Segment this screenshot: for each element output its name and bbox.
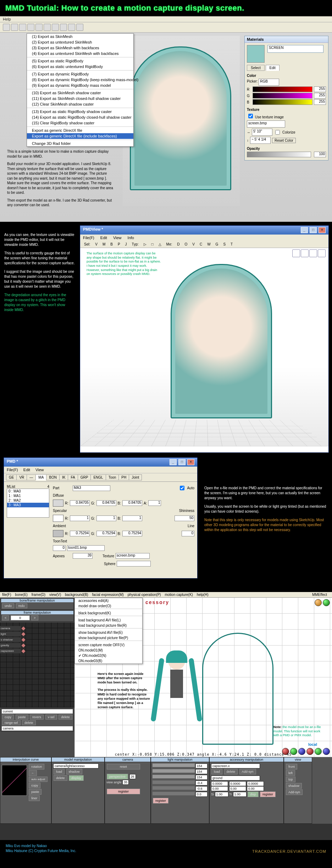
disp-button[interactable]: disp bbox=[248, 791, 259, 797]
bg-menu-item[interactable]: accessories edit(A) bbox=[75, 598, 142, 603]
light-y-slider[interactable] bbox=[153, 786, 195, 790]
g-slider[interactable] bbox=[253, 93, 312, 98]
toolbar-item[interactable]: S bbox=[221, 242, 227, 247]
addsyn-button[interactable]: Add-syn bbox=[286, 789, 303, 795]
timeline-row-label[interactable]: gravity bbox=[0, 643, 21, 648]
menu-view[interactable]: view(V) bbox=[49, 593, 61, 597]
acc-rx[interactable]: 0.00 bbox=[211, 786, 228, 791]
colorize-checkbox[interactable] bbox=[275, 130, 280, 135]
menu-edit[interactable]: Edit bbox=[100, 236, 107, 240]
paste-button[interactable]: paste bbox=[29, 789, 42, 795]
load-button[interactable]: load bbox=[54, 769, 65, 774]
reset-color-button[interactable]: Reset Color bbox=[272, 138, 296, 143]
register-button[interactable]: register bbox=[153, 798, 168, 804]
revers-button[interactable]: revers bbox=[30, 715, 44, 720]
light-y[interactable]: -0.6 bbox=[195, 786, 208, 791]
nav-rotate-icon[interactable] bbox=[301, 249, 309, 257]
menu-edit[interactable]: Edit bbox=[23, 468, 30, 472]
toolbar-item[interactable]: V bbox=[93, 242, 99, 247]
timeline-row-label[interactable]: light bbox=[0, 632, 21, 636]
shadow-button[interactable]: shadow bbox=[286, 783, 302, 789]
light-r-slider[interactable] bbox=[153, 763, 195, 767]
toolbar-item[interactable]: □ bbox=[150, 242, 155, 247]
mmeffect[interactable]: MMEffect bbox=[312, 593, 327, 597]
export-menu-item[interactable]: (13) Export as static RigidBody shadow c… bbox=[27, 109, 133, 114]
menu-view[interactable]: View bbox=[35, 468, 44, 472]
perspective-button[interactable]: perspective bbox=[107, 774, 128, 779]
toon-file[interactable]: toon01.bmp bbox=[67, 545, 105, 551]
toolbar-icon[interactable] bbox=[76, 24, 83, 31]
window-titlebar[interactable]: PMD * _ □ × bbox=[4, 458, 197, 467]
eye-icon[interactable] bbox=[315, 599, 322, 606]
register-button[interactable]: register bbox=[107, 789, 140, 794]
tab-edit[interactable]: Edit bbox=[266, 65, 280, 71]
bg-menu-item[interactable]: show background AVI file(E) bbox=[75, 630, 142, 635]
toolbar-item[interactable]: G bbox=[214, 242, 220, 247]
amb-g[interactable]: 0.75294 bbox=[96, 531, 116, 536]
menu-help[interactable]: help(H) bbox=[197, 593, 209, 597]
maximize-icon[interactable]: □ bbox=[310, 227, 317, 233]
tab-ph[interactable]: PH bbox=[118, 474, 129, 480]
tab-ik[interactable]: IK bbox=[59, 474, 68, 480]
b-value[interactable]: 255 bbox=[314, 99, 326, 105]
tab-grp[interactable]: GRP bbox=[78, 474, 91, 480]
toolbar-item[interactable]: △ bbox=[157, 242, 163, 247]
export-menu-item[interactable]: (11) Export as SkinMesh closed-hull shad… bbox=[27, 96, 133, 101]
toolbar-item[interactable]: T bbox=[229, 242, 234, 247]
left-button[interactable]: left bbox=[286, 770, 295, 776]
line-val[interactable]: 0 bbox=[182, 531, 194, 536]
acc-tr[interactable]: 1.00 bbox=[233, 792, 247, 797]
undo-button[interactable]: undo bbox=[2, 603, 14, 608]
toolbar-item[interactable]: B bbox=[109, 242, 115, 247]
mlist-item[interactable]: 3 : MA3 bbox=[7, 503, 49, 507]
reset-button[interactable]: reset bbox=[107, 764, 140, 770]
cam-angle[interactable]: 26 bbox=[129, 774, 136, 779]
bg-menu-item[interactable]: ON.mode02(N) bbox=[75, 653, 142, 658]
opacity-value[interactable]: 100 bbox=[314, 152, 326, 157]
acc-rz[interactable]: 0.00 bbox=[247, 786, 264, 791]
menu-info[interactable]: Info bbox=[128, 236, 134, 240]
timeline-keyframe[interactable] bbox=[21, 626, 25, 630]
menubar[interactable]: Help bbox=[0, 16, 332, 22]
bg-menu-item[interactable]: black background(K) bbox=[75, 610, 142, 616]
delete-button[interactable]: delete bbox=[54, 775, 67, 781]
ambient-swatch[interactable] bbox=[53, 530, 63, 537]
toolbar-item[interactable]: O bbox=[183, 242, 189, 247]
amb-b[interactable]: 0.75294 bbox=[122, 531, 142, 536]
close-icon[interactable]: × bbox=[319, 227, 326, 233]
menu-bone[interactable]: bone(E) bbox=[15, 593, 28, 597]
acc-z[interactable]: 0.0000 bbox=[247, 781, 264, 786]
toolbar-item[interactable]: Me: bbox=[165, 242, 174, 247]
delete-button[interactable]: delete bbox=[59, 715, 72, 720]
toolbar-item[interactable]: J bbox=[123, 242, 129, 247]
delete-button[interactable]: delete bbox=[224, 769, 238, 774]
nav-move-icon[interactable] bbox=[292, 249, 300, 257]
picker-select[interactable]: RGB bbox=[259, 79, 279, 86]
diffuse-swatch[interactable] bbox=[53, 500, 63, 507]
toolbar-item[interactable]: V bbox=[190, 242, 197, 247]
export-menu-item[interactable]: (8) Export as dynamic RigidBody (keep ex… bbox=[27, 77, 133, 83]
toolbar-icon[interactable] bbox=[19, 24, 26, 31]
timeline-keyframe[interactable] bbox=[21, 632, 25, 636]
top-button[interactable]: top bbox=[286, 777, 295, 782]
export-menu-item[interactable]: (9) Export as dynamic RigidBody mass mod… bbox=[27, 83, 133, 88]
timeline-row-label[interactable]: s shadow bbox=[0, 637, 21, 642]
light-z-slider[interactable] bbox=[153, 792, 195, 795]
toolbar-item[interactable]: C bbox=[198, 242, 204, 247]
auto-checkbox[interactable] bbox=[180, 486, 184, 490]
export-menu-item[interactable]: (14) Export as static RigidBody closed-h… bbox=[27, 114, 133, 120]
diff-b[interactable]: 0.84705 bbox=[122, 500, 142, 506]
interp-graph[interactable] bbox=[2, 765, 27, 796]
mlist-item[interactable]: 1 : MA1 bbox=[7, 494, 49, 498]
light-g-slider[interactable] bbox=[153, 769, 195, 773]
tab-ma[interactable]: MA bbox=[35, 474, 46, 480]
vsel-button[interactable]: v-sel bbox=[45, 715, 57, 720]
tab-—[interactable]: — bbox=[27, 474, 36, 480]
export-menu-item[interactable]: Export as generic DirectX file (include … bbox=[27, 133, 133, 139]
paste-button[interactable]: paste bbox=[16, 715, 28, 720]
toolbar-icon[interactable] bbox=[44, 24, 51, 31]
toolbar-icon[interactable] bbox=[60, 24, 67, 31]
acc-file[interactable]: capscreen.x bbox=[211, 763, 260, 768]
sphere-field[interactable] bbox=[117, 561, 151, 567]
frame-next[interactable]: > bbox=[31, 615, 38, 620]
